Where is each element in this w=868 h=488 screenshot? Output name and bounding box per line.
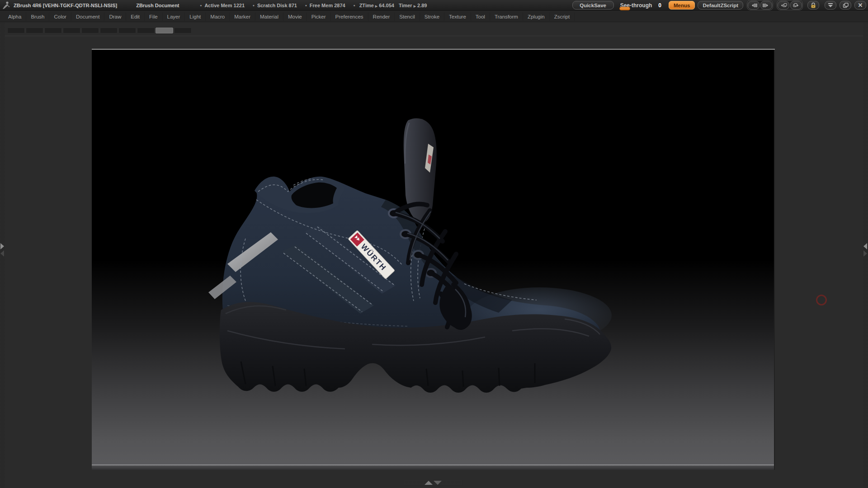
- ztime-label: ZTime: [359, 3, 379, 8]
- menu-item[interactable]: Texture: [444, 13, 471, 21]
- shelf-segment: [137, 28, 155, 33]
- minimize-button[interactable]: [825, 1, 836, 9]
- stat-item: Scratch Disk 871: [253, 3, 297, 8]
- document-cycle-buttons: [777, 0, 803, 10]
- menu-item[interactable]: Alpha: [4, 13, 26, 21]
- expand-ui-button[interactable]: [760, 1, 772, 9]
- shelf-segment: [26, 28, 43, 33]
- shelf-segment: [81, 28, 99, 33]
- bottom-tray-divider[interactable]: [404, 480, 462, 486]
- close-button[interactable]: ✕: [854, 1, 866, 9]
- menu-item[interactable]: Edit: [126, 13, 145, 21]
- top-shelf: [0, 22, 868, 36]
- canvas-right-edge: [774, 50, 775, 470]
- zbrush-mascot-icon: [2, 1, 11, 10]
- ztime-stat: ZTime64.054: [354, 3, 394, 8]
- menu-item[interactable]: Light: [185, 13, 206, 21]
- app-title: ZBrush 4R6 [VEHN-TGKF-QDTR-NSLI-NSIS]: [14, 3, 117, 8]
- boot-model-render: WÜRTH: [92, 50, 775, 470]
- menu-item[interactable]: Layer: [163, 13, 185, 21]
- shelf-segment: [63, 28, 80, 33]
- menu-item[interactable]: Marker: [230, 13, 255, 21]
- shelf-segment: [174, 28, 192, 33]
- restore-icon: [843, 3, 849, 8]
- prev-doc-icon: [779, 2, 788, 9]
- menu-item[interactable]: Draw: [104, 13, 126, 21]
- menu-item[interactable]: Preferences: [331, 13, 368, 21]
- left-tray-divider[interactable]: [0, 22, 5, 488]
- menu-item[interactable]: Transform: [490, 13, 523, 21]
- stat-item: Active Mem 1221: [200, 3, 245, 8]
- ui-width-buttons: [747, 0, 773, 10]
- menu-item[interactable]: Stencil: [395, 13, 420, 21]
- menu-item[interactable]: Stroke: [420, 13, 444, 21]
- document-canvas[interactable]: WÜRTH: [92, 49, 775, 470]
- menus-button[interactable]: Menus: [669, 1, 695, 9]
- divider-arrow-down[interactable]: [434, 481, 442, 485]
- menu-item[interactable]: Zscript: [550, 13, 575, 21]
- see-through-control[interactable]: See-through 0: [620, 2, 661, 9]
- menu-item[interactable]: Movie: [283, 13, 307, 21]
- shelf-segment: [44, 28, 62, 33]
- prev-doc-button[interactable]: [778, 1, 789, 9]
- tray-arrow-left: [0, 250, 4, 257]
- menu-item[interactable]: Zplugin: [523, 13, 550, 21]
- menu-item[interactable]: File: [145, 13, 163, 21]
- timer-value: 2.89: [417, 3, 427, 8]
- divider-arrow-up[interactable]: [425, 481, 433, 485]
- quicksave-button[interactable]: QuickSave: [572, 1, 614, 9]
- shelf-segment-strip[interactable]: [7, 28, 192, 33]
- tray-arrow-right: [863, 250, 867, 257]
- shrink-ui-icon: [750, 3, 758, 8]
- memory-stats: Active Mem 1221Scratch Disk 871Free Mem …: [192, 3, 345, 8]
- document-title: ZBrush Document: [136, 3, 179, 8]
- timer-stat: Timer2.89: [399, 3, 427, 8]
- shelf-segment: [100, 28, 118, 33]
- menu-item[interactable]: Color: [49, 13, 71, 21]
- menu-item[interactable]: Material: [255, 13, 283, 21]
- stat-item: Free Mem 2874: [305, 3, 345, 8]
- right-tray-divider[interactable]: [863, 22, 868, 488]
- expand-ui-icon: [762, 3, 770, 8]
- canvas-bottom-strip: [92, 465, 775, 470]
- shelf-segment: [118, 28, 136, 33]
- shelf-segment: [156, 28, 173, 33]
- ztime-value: 64.054: [379, 3, 394, 8]
- menu-item[interactable]: Picker: [307, 13, 331, 21]
- menu-item[interactable]: Macro: [206, 13, 230, 21]
- menu-item[interactable]: Tool: [471, 13, 490, 21]
- close-icon: ✕: [858, 2, 863, 9]
- menu-bar: AlphaBrushColorDocumentDrawEditFileLayer…: [0, 11, 868, 22]
- default-zscript-button[interactable]: DefaultZScript: [698, 1, 743, 9]
- tray-arrow-left[interactable]: [863, 243, 867, 249]
- next-doc-icon: [792, 2, 800, 9]
- restore-button[interactable]: [840, 1, 851, 9]
- lock-button[interactable]: [807, 1, 819, 9]
- next-doc-button[interactable]: [790, 1, 802, 9]
- lock-icon: [810, 2, 816, 9]
- see-through-value: 0: [658, 2, 661, 9]
- shelf-segment: [7, 28, 25, 33]
- timer-label: Timer: [399, 3, 417, 8]
- minimize-icon: [828, 3, 833, 8]
- tray-arrow-right[interactable]: [0, 243, 4, 249]
- title-bar: ZBrush 4R6 [VEHN-TGKF-QDTR-NSLI-NSIS] ZB…: [0, 0, 868, 11]
- window-controls: ✕: [825, 1, 866, 9]
- see-through-slider-nub[interactable]: [619, 7, 630, 10]
- cursor-ring-indicator: [816, 295, 827, 305]
- shrink-ui-button[interactable]: [748, 1, 760, 9]
- menu-item[interactable]: Brush: [26, 13, 49, 21]
- menu-item[interactable]: Render: [368, 13, 395, 21]
- menu-item[interactable]: Document: [71, 13, 104, 21]
